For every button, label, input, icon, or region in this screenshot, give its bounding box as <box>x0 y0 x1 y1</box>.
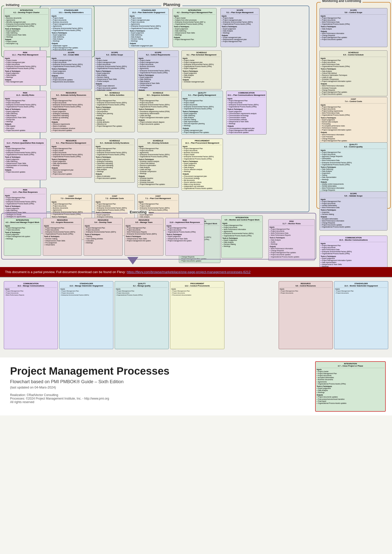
bottom-partial-section: COMMUNICATION10.2 – Manage Communication… <box>0 277 392 357</box>
box-schedule-64: SCHEDULE6.4 – Estimate Activity Duration… <box>94 139 135 183</box>
preview-banner: This document is a partial preview. Full… <box>0 267 392 277</box>
title-left: Project Management Processes Flowchart b… <box>0 357 311 415</box>
box-risk-114: RISK11.4 – Perform Quantitative Risk Ana… <box>4 139 47 180</box>
box-schedule-61: SCHEDULE6.1 – Plan Schedule Management I… <box>181 50 222 89</box>
box-schedule-65: SCHEDULE6.5 – Develop Schedule Inputs Pr… <box>137 139 179 188</box>
phase-executing-label: Executing <box>128 210 149 214</box>
box-integration-47: INTEGRATION4.7 – Close Project or Phase … <box>315 361 386 412</box>
executing-down-arrow <box>127 257 138 265</box>
box-quality-plan: QUALITY6.1 – Plan Quality Management Inp… <box>181 91 223 135</box>
box-risk-116: RISK11.6 – Implement Risk Responses Inpu… <box>165 218 204 256</box>
box-scope-54: SCOPE5.4 – Create WBS Inputs Project man… <box>50 50 92 89</box>
box-scope-53: SCOPE5.3 – Define Scope Inputs Project c… <box>94 50 135 94</box>
box-resource-96-partial: RESOURCE9.6 – Control Resources Inputs •… <box>279 281 333 349</box>
box-quality-83: QUALITY8.3 – Control Quality Inputs Proj… <box>319 142 387 197</box>
box-procurement-122-partial: PROCUREMENT12.2 – Conduct Procurements I… <box>170 281 224 349</box>
box-procurement-121: PROCUREMENT12.1 – Plan Procurement Manag… <box>181 139 223 190</box>
box-integration-43: INTEGRATION4.3 – Direct and Manage Proje… <box>4 218 41 256</box>
box-resource-92: RESOURCE9.2 – Estimate Activity Resource… <box>50 91 92 133</box>
box-stakeholder-133-partial: STAKEHOLDER13.3 – Manage Stakeholder Eng… <box>59 281 113 349</box>
box-communication-103: COMMUNICATION10.3 – Monitor Communicatio… <box>319 236 387 267</box>
box-risk-113: RISK11.3 – Identify Risks Inputs Project… <box>4 91 47 133</box>
box-resource-91: RESOURCE9.1 – Plan Resource Management I… <box>50 139 92 178</box>
title-right: INTEGRATION4.7 – Close Project or Phase … <box>311 357 392 415</box>
phase-planning-label: Planning <box>161 3 182 7</box>
box-resource-95-manage-team: RESOURCE9.5 – Manage Team Inputs Project… <box>124 218 164 256</box>
box-communication-101: COMMUNICATION10.1 – Plan Communications … <box>226 91 267 135</box>
spacer1 <box>226 281 277 349</box>
box-quality-82-partial: QUALITY8.2 – Manage Quality Inputs • Pro… <box>115 281 169 349</box>
box-scope-52: SCOPE5.2 – Collect Requirements Inputs P… <box>137 50 179 97</box>
box-cost-74: COST7.4 – Control Costs Inputs Project M… <box>319 97 387 143</box>
phase-initiating-label: Initiating <box>4 3 21 7</box>
box-integration-45-exec: INTEGRATION4.5 – Monitor and Control Pro… <box>221 215 263 258</box>
credit-line3: All rights reserved <box>10 400 301 404</box>
box-resource-94: RESOURCE9.4 – Develop Team Inputs Projec… <box>84 218 123 256</box>
box-stakeholder-131: STAKEHOLDER13.1 – Identify Stakeholders … <box>50 8 92 52</box>
box-schedule-62: SCHEDULE6.2 – Define Activities Inputs P… <box>94 91 135 132</box>
credit-line1: Realization: ©RadVector Consulting <box>10 393 301 397</box>
phase-monitoring-label: Monitoring and Controlling <box>321 0 363 3</box>
sub-title: Flowchart based on PMI PMBOK® Guide – Si… <box>10 379 301 384</box>
sub-title2: (last updated on 04-Mars-2024) <box>10 385 301 389</box>
preview-text: This document is a partial preview. <box>5 270 55 274</box>
box-resource-93: RESOURCE9.3 – Acquire Resources Inputs P… <box>43 218 82 256</box>
box-schedule-65-control: SCHEDULE6.5 – Control Schedule Inputs Pr… <box>319 50 387 96</box>
box-risk-111: RISK11.1 – Plan Risk Management Inputs P… <box>4 50 47 86</box>
credit-line2: Processes: ©2024 Project Management Inst… <box>10 397 301 400</box>
box-stakeholder-132: STAKEHOLDER13.2 – Plan Stakeholder Engag… <box>128 8 169 48</box>
box-integration-41: INTEGRATION4.1 – Develop Project Charter… <box>4 8 49 47</box>
main-title: Project Management Processes <box>10 365 301 377</box>
box-scope-51: SCOPE5.1 – Plan Scope Management Inputs … <box>220 8 259 47</box>
box-scope-56: SCOPE5.6 – Control Scope Inputs Project … <box>319 8 387 47</box>
box-stakeholder-134-partial: STAKEHOLDER13.4 – Monitor Stakeholder En… <box>334 281 388 349</box>
box-scope-55: SCOPE5.5 – Validate Scope Inputs Project… <box>319 191 387 231</box>
title-section: Project Management Processes Flowchart b… <box>0 357 392 415</box>
box-schedule-63: SCHEDULE6.3 – Sequence Activities Inputs… <box>137 91 179 132</box>
box-communication-102-partial: COMMUNICATION10.2 – Manage Communication… <box>4 281 58 349</box>
preview-url[interactable]: https://flevy.com/browse/marketplace/one… <box>127 270 251 274</box>
diagram-container: Initiating Planning Monitoring and Contr… <box>0 0 392 415</box>
preview-link-text: Full document download can be found on F… <box>56 270 126 274</box>
box-integration-42: INTEGRATION4.2 – Develop Project Managem… <box>173 8 217 47</box>
